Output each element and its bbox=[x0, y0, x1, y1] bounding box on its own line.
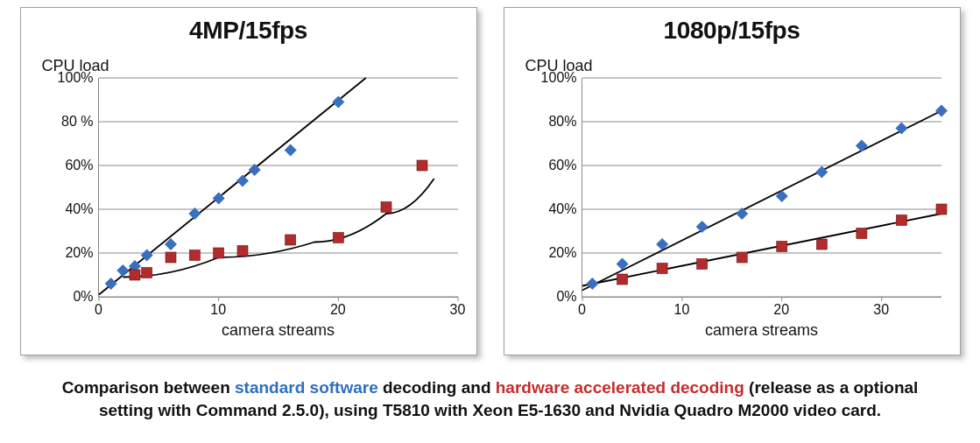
plot-svg bbox=[582, 78, 941, 297]
svg-rect-53 bbox=[696, 259, 707, 270]
svg-rect-57 bbox=[856, 229, 866, 239]
svg-rect-21 bbox=[130, 270, 140, 280]
y-tick: 60% bbox=[65, 158, 93, 173]
svg-marker-50 bbox=[935, 105, 948, 117]
svg-rect-52 bbox=[657, 264, 667, 274]
chart-panel-1080p: 1080p/15fps CPU load camera streams 0%20… bbox=[504, 7, 961, 355]
figure-caption: Comparison between standard software dec… bbox=[11, 376, 969, 421]
svg-marker-48 bbox=[855, 140, 867, 152]
svg-marker-19 bbox=[284, 144, 296, 157]
caption-text: (release as a optional bbox=[744, 378, 919, 397]
y-tick: 20% bbox=[548, 245, 576, 261]
svg-rect-29 bbox=[381, 202, 391, 213]
svg-rect-24 bbox=[189, 250, 200, 261]
y-tick: 100% bbox=[541, 70, 577, 86]
svg-rect-59 bbox=[936, 204, 947, 214]
caption-text: setting with Command 2.5.0), using T5810… bbox=[99, 401, 881, 419]
x-tick: 30 bbox=[450, 302, 466, 318]
caption-blue: standard software bbox=[235, 378, 378, 397]
x-tick: 0 bbox=[95, 302, 102, 318]
y-tick: 0% bbox=[73, 289, 93, 305]
x-tick: 30 bbox=[873, 302, 889, 318]
svg-rect-51 bbox=[617, 274, 627, 285]
y-tick: 40% bbox=[548, 201, 576, 217]
svg-rect-56 bbox=[816, 239, 827, 250]
y-tick: 0% bbox=[556, 289, 576, 305]
figure: 4MP/15fps CPU load camera streams 0%20%4… bbox=[0, 0, 980, 443]
plot-area: camera streams 0%20%40%60%80 %100%010203… bbox=[98, 78, 458, 298]
chart-row: 4MP/15fps CPU load camera streams 0%20%4… bbox=[11, 7, 969, 355]
x-axis-label: camera streams bbox=[582, 321, 941, 340]
caption-red: hardware accelerated decoding bbox=[496, 378, 744, 397]
svg-rect-28 bbox=[333, 233, 343, 243]
svg-rect-55 bbox=[776, 242, 786, 252]
y-tick: 40% bbox=[65, 201, 93, 217]
svg-rect-23 bbox=[166, 252, 176, 263]
svg-rect-58 bbox=[896, 215, 906, 226]
svg-marker-17 bbox=[236, 175, 249, 187]
chart-title: 1080p/15fps bbox=[504, 17, 960, 45]
caption-text: Comparison between bbox=[62, 378, 235, 397]
svg-rect-54 bbox=[737, 252, 747, 263]
y-tick: 100% bbox=[58, 70, 94, 86]
plot-svg bbox=[99, 78, 458, 297]
svg-rect-30 bbox=[417, 160, 427, 171]
svg-marker-11 bbox=[116, 264, 129, 277]
x-tick: 0 bbox=[578, 302, 586, 318]
svg-rect-25 bbox=[213, 248, 223, 258]
y-tick: 20% bbox=[65, 245, 93, 261]
caption-text: decoding and bbox=[378, 378, 496, 397]
x-tick: 20 bbox=[330, 302, 346, 318]
x-axis-label: camera streams bbox=[99, 321, 458, 340]
y-tick: 80 % bbox=[61, 114, 93, 130]
svg-rect-27 bbox=[285, 235, 295, 245]
x-tick: 10 bbox=[210, 302, 226, 318]
svg-rect-26 bbox=[237, 246, 248, 257]
x-tick: 10 bbox=[673, 302, 689, 318]
y-tick: 80% bbox=[548, 114, 576, 130]
y-tick: 60% bbox=[548, 158, 576, 173]
plot-area: camera streams 0%20%40%60%80%100%0102030 bbox=[582, 78, 941, 298]
x-tick: 20 bbox=[773, 302, 789, 318]
svg-marker-44 bbox=[695, 221, 708, 233]
chart-panel-4mp: 4MP/15fps CPU load camera streams 0%20%4… bbox=[20, 7, 477, 355]
chart-title: 4MP/15fps bbox=[21, 17, 476, 45]
svg-rect-22 bbox=[141, 268, 152, 278]
